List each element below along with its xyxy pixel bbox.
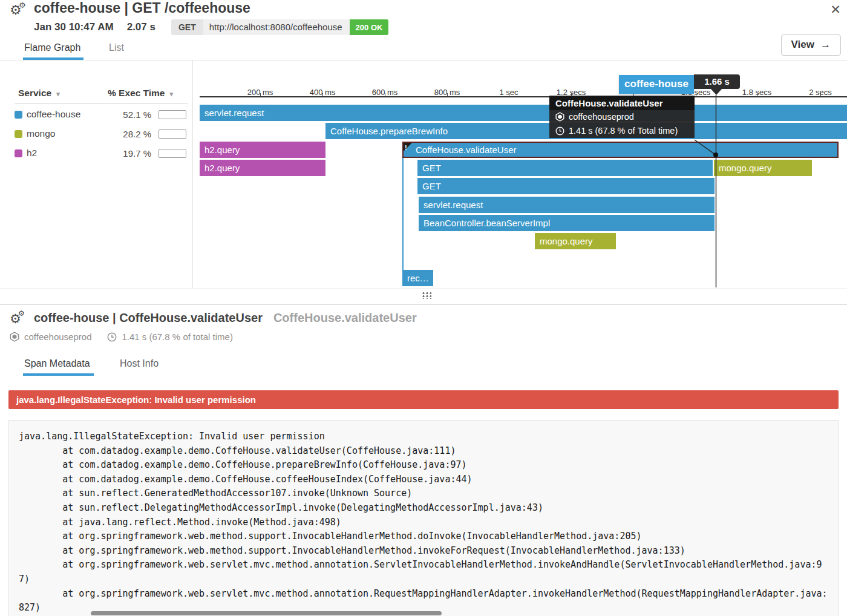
tab-flame-graph[interactable]: Flame Graph (24, 42, 80, 53)
service-exec-bar (159, 110, 186, 119)
clock-icon (107, 332, 117, 342)
service-name: coffee-house (27, 109, 80, 120)
span-exec-time: 1.41 s (67.8 % of total time) (122, 332, 232, 342)
tab-span-metadata-underline (23, 373, 94, 376)
flame-span-label: h2.query (204, 145, 240, 155)
service-name: h2 (27, 148, 37, 159)
flame-span-mongo-query[interactable]: mongo.query (535, 233, 616, 249)
clock-icon (555, 126, 564, 136)
flame-span-h2-query[interactable]: h2.query (200, 142, 325, 158)
service-gears-icon: ⚙ ⚙ (10, 4, 30, 19)
service-gears-icon: ⚙ ⚙ (10, 312, 30, 328)
tooltip-time-row: 1.41 s (67.8 % of Total time) (549, 124, 695, 138)
flame-span-label: CoffeHouse.prepareBrewInfo (330, 126, 448, 136)
trace-panel: ✕ ⚙ ⚙ coffee-house | GET /coffeehouse Ja… (0, 0, 847, 289)
service-color-swatch (15, 149, 22, 157)
horizontal-scrollbar-thumb[interactable] (91, 611, 442, 615)
hover-service-chip: coffee-house (619, 75, 694, 94)
service-exec-bar (159, 129, 186, 139)
flame-span-label: mongo.query (719, 163, 772, 173)
flame-span-label: rec… (407, 273, 429, 283)
chevron-down-icon: ▾ (170, 90, 174, 97)
tab-host-info[interactable]: Host Info (120, 358, 159, 369)
service-name: mongo (27, 128, 55, 139)
axis-tick-label: 1 sec (499, 88, 518, 97)
hexagon-env-icon (555, 112, 564, 122)
column-header-exec-time[interactable]: % Exec Time▾ (108, 88, 173, 99)
flame-span-label: GET (422, 181, 441, 191)
flame-span-h2-query[interactable]: h2.query (200, 160, 325, 176)
flame-span-get[interactable]: GET (417, 178, 715, 194)
stack-trace: java.lang.IllegalStateException: Invalid… (19, 430, 828, 615)
flame-span-label: BeanController.beanServerImpl (424, 218, 550, 228)
tab-list[interactable]: List (109, 42, 124, 53)
page-title: coffee-house | GET /coffeehouse (34, 0, 250, 16)
trace-timestamp: Jan 30 10:47 AM (34, 21, 114, 33)
flame-span-label: servlet.request (204, 108, 264, 118)
service-color-swatch (15, 130, 22, 138)
service-color-swatch (15, 111, 22, 119)
view-button[interactable]: View→ (781, 34, 841, 56)
trace-view: ✕ ⚙ ⚙ coffee-house | GET /coffeehouse Ja… (0, 0, 847, 616)
error-exclamation-icon: ! (405, 142, 407, 155)
axis-tick-label: 400 ms (310, 88, 336, 97)
axis-tick-label: 600 ms (372, 88, 398, 97)
service-legend: Service▾ % Exec Time▾ coffee-house52.1 %… (0, 61, 192, 289)
tooltip-env-row: coffeehouseprod (549, 110, 695, 124)
tab-span-metadata[interactable]: Span Metadata (24, 358, 90, 369)
span-guide-line (402, 158, 404, 270)
flame-span-label: mongo.query (540, 236, 593, 246)
flame-span-mongo-query[interactable]: mongo.query (714, 160, 812, 176)
span-info-row: coffeehouseprod 1.41 s (67.8 % of total … (10, 332, 233, 342)
divider (15, 103, 188, 103)
flame-span-servlet-request[interactable]: servlet.request (419, 197, 715, 213)
hover-time-badge: 1.66 s (694, 74, 740, 89)
flame-tooltip: CoffeHouse.validateUser coffeehouseprod … (549, 96, 695, 138)
arrow-right-icon: → (820, 39, 831, 50)
flame-span-get[interactable]: GET (417, 160, 713, 176)
flame-span-label: CoffeHouse.validateUser (416, 145, 516, 155)
error-banner: java.lang.IllegalStateException: Invalid… (8, 390, 839, 409)
service-row-h2[interactable]: h219.7 % (15, 148, 188, 161)
axis-tick-label: 800 ms (434, 88, 460, 97)
trace-duration: 2.07 s (127, 21, 155, 33)
flame-span-label: GET (422, 163, 441, 173)
span-title: coffee-house | CoffeHouse.validateUser (34, 311, 263, 325)
axis-tick-label: 2 secs (809, 88, 832, 97)
stack-trace-box: java.lang.IllegalStateException: Invalid… (8, 420, 839, 616)
flame-span-beancontroller-beanserverimpl[interactable]: BeanController.beanServerImpl (419, 215, 715, 231)
gear-icon-small: ⚙ (18, 310, 25, 318)
divider (192, 61, 193, 289)
http-method-badge: GET (171, 19, 203, 35)
flame-span-label: servlet.request (424, 200, 483, 210)
trace-meta-row: Jan 30 10:47 AM 2.07 s GET http://localh… (34, 19, 388, 35)
gear-icon-small: ⚙ (19, 1, 26, 9)
flame-span-servlet-request[interactable]: servlet.request (200, 105, 847, 121)
tooltip-span-name: CoffeHouse.validateUser (549, 96, 695, 110)
chevron-down-icon: ▾ (56, 90, 60, 97)
service-row-coffee-house[interactable]: coffee-house52.1 % (15, 109, 188, 122)
span-resource: CoffeHouse.validateUser (273, 311, 417, 325)
flame-span-rec-[interactable]: rec… (402, 270, 433, 286)
service-exec-pct: 19.7 % (123, 148, 151, 159)
column-header-service[interactable]: Service▾ (18, 88, 60, 99)
hexagon-env-icon (10, 332, 19, 342)
span-title-row: coffee-house | CoffeHouse.validateUser C… (34, 311, 417, 325)
error-corner-icon (402, 142, 413, 152)
request-url: http://localhost:8080/coffeehouse (203, 19, 350, 35)
flame-span-label: h2.query (204, 163, 240, 173)
flame-graph: 200 ms400 ms600 ms800 ms1 sec1.2 secs1.6… (200, 61, 847, 289)
hover-badge-pointer (711, 89, 722, 95)
service-row-mongo[interactable]: mongo28.2 % (15, 128, 188, 142)
axis-tick-label: 200 ms (247, 88, 273, 97)
status-badge: 200 OK (350, 19, 389, 35)
axis-tick-label: 1.8 secs (742, 88, 771, 97)
span-env: coffeehouseprod (24, 332, 91, 342)
service-exec-pct: 28.2 % (123, 129, 151, 139)
flame-span-coffehouse-validateuser[interactable]: CoffeHouse.validateUser! (402, 142, 839, 158)
service-exec-pct: 52.1 % (123, 110, 151, 120)
close-icon[interactable]: ✕ (828, 2, 843, 18)
drag-handle-icon[interactable] (422, 292, 431, 299)
service-exec-bar (159, 149, 186, 158)
span-detail-panel: ⚙ ⚙ coffee-house | CoffeHouse.validateUs… (0, 305, 847, 616)
